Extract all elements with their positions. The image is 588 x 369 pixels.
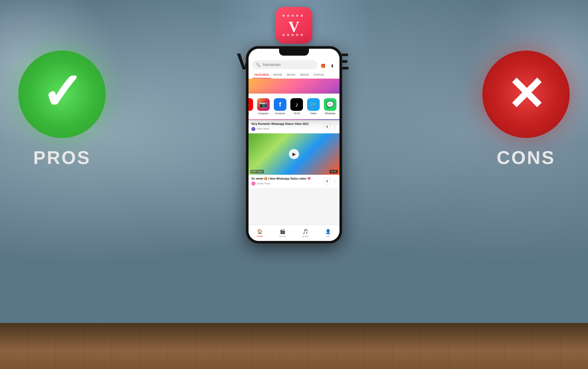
x-circle: ✕: [482, 51, 570, 138]
nav-home-label: HOME: [257, 235, 263, 237]
floor: [0, 323, 588, 369]
platform-popup: ▶ YTB 📷 Instagram f Facebook ♪ TikTok 🐦: [248, 93, 340, 119]
nav-movie[interactable]: 🎬 MOVIE: [271, 229, 294, 237]
ytb-label: YTB: [248, 112, 249, 115]
play-button-2[interactable]: ▶: [289, 149, 299, 159]
video-title-2: So sweet 🥰 | New Whatsapp Status video 💖: [251, 177, 321, 181]
svg-rect-4: [301, 15, 303, 17]
gift-icon-btn[interactable]: 🎁: [319, 62, 327, 70]
video-info-1: Very Romantic Whatsapp Status Video 2021…: [248, 120, 340, 133]
twitter-icon: 🐦: [307, 98, 320, 111]
home-icon: 🏠: [257, 229, 263, 234]
whatsapp-icon: 💬: [324, 98, 336, 111]
platform-ytb[interactable]: ▶ YTB: [248, 98, 253, 115]
search-bar[interactable]: 🔍 TRENDING: [252, 60, 317, 69]
bottom-nav: 🏠 HOME 🎬 MOVIE 🎵 MUSIC 👤 ME: [248, 225, 340, 241]
nav-music-label: MUSIC: [302, 235, 309, 237]
phone-wrapper: 🔍 TRENDING 🎁 ⬇ FEATURED MOVIE MUSIC IMAG…: [246, 46, 342, 244]
nav-tabs: FEATURED MOVIE MUSIC IMAGE STATUS: [252, 72, 336, 79]
svg-rect-5: [283, 34, 284, 36]
twitter-label: Twitter: [310, 112, 317, 115]
video-section-2: ▶ 64M Views 03:45 So sweet 🥰 | New Whats…: [248, 133, 340, 188]
phone-notch: [279, 49, 309, 56]
video-thumbnail-bg-2: ▶: [248, 133, 340, 175]
platform-instagram[interactable]: 📷 Instagram: [257, 98, 270, 115]
nav-me[interactable]: 👤 ME: [317, 229, 340, 237]
tab-status[interactable]: STATUS: [312, 72, 326, 78]
video-info-2: So sweet 🥰 | New Whatsapp Status video 💖…: [248, 175, 340, 188]
video-views-2: 64M Views: [250, 170, 264, 173]
video-duration-2: 03:45: [330, 170, 338, 173]
download-button-1[interactable]: ⬇: [323, 123, 331, 130]
svg-rect-0: [283, 15, 284, 17]
video-channel-2: Josefin Fawd: [251, 181, 321, 185]
video-title-1: Very Romantic Whatsapp Status Video 2021: [251, 122, 321, 126]
tiktok-label: TikTok: [294, 112, 300, 115]
vidmate-v-logo: V: [281, 13, 307, 38]
svg-rect-1: [287, 15, 289, 17]
check-mark-icon: ✓: [41, 67, 83, 117]
facebook-icon: f: [274, 98, 286, 111]
channel-avatar-2: [251, 181, 255, 185]
instagram-icon: 📷: [257, 98, 270, 111]
movie-icon: 🎬: [280, 229, 285, 234]
app-icon: V: [276, 7, 312, 44]
svg-rect-9: [301, 34, 303, 36]
platform-twitter[interactable]: 🐦 Twitter: [307, 98, 320, 115]
pros-section: ✓ PROS: [18, 51, 106, 168]
download-button-2[interactable]: ⬇: [323, 177, 331, 185]
music-icon: 🎵: [303, 229, 308, 234]
more-button-2[interactable]: ⋮: [333, 179, 337, 184]
tab-movie[interactable]: MOVIE: [271, 72, 284, 78]
search-input[interactable]: TRENDING: [262, 63, 314, 67]
phone-frame: 🔍 TRENDING 🎁 ⬇ FEATURED MOVIE MUSIC IMAG…: [246, 46, 342, 244]
platform-whatsapp[interactable]: 💬 WhatsApp: [324, 98, 336, 115]
video-thumb-2[interactable]: ▶ 64M Views 03:45: [248, 133, 340, 175]
more-button-1[interactable]: ⋮: [333, 124, 337, 129]
tab-music[interactable]: MUSIC: [284, 72, 298, 78]
svg-rect-3: [296, 15, 298, 17]
channel-name-1: Helen Wood: [256, 128, 269, 130]
svg-text:V: V: [288, 18, 300, 35]
pros-label: PROS: [33, 147, 91, 168]
ytb-icon: ▶: [248, 98, 253, 111]
video-channel-1: Helen Wood: [251, 127, 321, 131]
me-icon: 👤: [325, 229, 331, 234]
facebook-label: Facebook: [275, 112, 285, 115]
nav-movie-label: MOVIE: [279, 235, 286, 237]
platform-tiktok[interactable]: ♪ TikTok: [290, 98, 303, 115]
cons-label: CONS: [497, 147, 555, 168]
video-actions-1: ⬇ ⋮: [323, 123, 337, 130]
tab-image[interactable]: IMAGE: [298, 72, 312, 78]
platform-facebook[interactable]: f Facebook: [274, 98, 286, 115]
video-actions-2: ⬇ ⋮: [323, 177, 337, 185]
download-icon-btn[interactable]: ⬇: [328, 62, 336, 70]
channel-avatar-1: [251, 127, 255, 131]
nav-music[interactable]: 🎵 MUSIC: [294, 229, 317, 237]
tiktok-icon: ♪: [290, 98, 303, 111]
channel-name-2: Josefin Fawd: [256, 182, 270, 185]
x-mark-icon: ✕: [507, 71, 545, 117]
cons-section: ✕ CONS: [482, 51, 570, 168]
nav-me-label: ME: [327, 235, 330, 237]
phone-screen: 🔍 TRENDING 🎁 ⬇ FEATURED MOVIE MUSIC IMAG…: [248, 49, 340, 241]
whatsapp-label: WhatsApp: [325, 112, 335, 115]
tab-featured[interactable]: FEATURED: [252, 72, 271, 78]
search-icon: 🔍: [256, 62, 260, 67]
instagram-label: Instagram: [258, 112, 268, 115]
check-circle: ✓: [18, 51, 106, 138]
nav-home[interactable]: 🏠 HOME: [248, 229, 271, 237]
svg-rect-2: [292, 15, 294, 17]
